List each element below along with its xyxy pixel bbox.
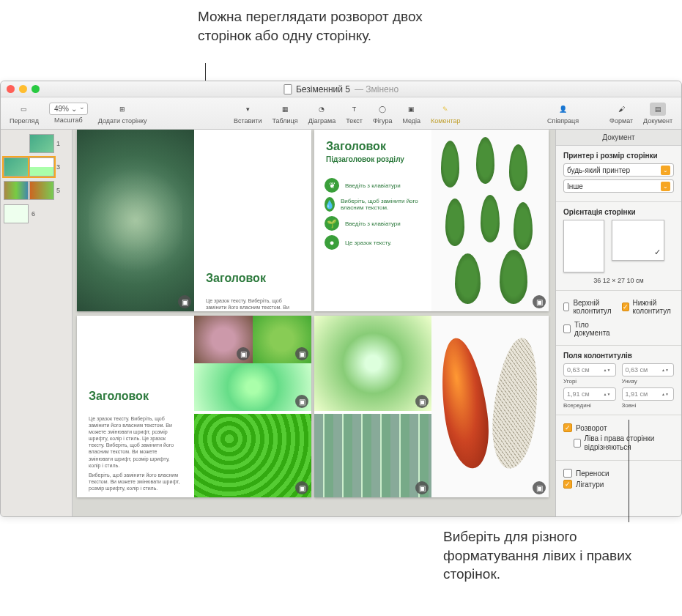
zoom-select[interactable]: 49% ⌄ Масштаб: [45, 101, 92, 126]
view-button[interactable]: ▭ Перегляд: [5, 101, 43, 126]
bullet-item[interactable]: ❦Введіть з клавіатури: [325, 178, 421, 193]
table-button[interactable]: ▦Таблиця: [267, 101, 302, 126]
callout-two-page: Можна переглядати розворот двох сторінок…: [198, 7, 432, 45]
thumb-row-1[interactable]: 1: [4, 134, 69, 153]
succulent-top-image[interactable]: ▣: [314, 316, 431, 411]
chevron-down-icon: ⌄: [661, 182, 670, 191]
label: Медіа: [402, 117, 420, 125]
chart-button[interactable]: ◔Діаграма: [304, 101, 341, 126]
page-size-select[interactable]: Інше ⌄: [563, 179, 674, 193]
shape-button[interactable]: ◯Фігура: [368, 101, 397, 126]
subheading[interactable]: Підзаголовок розділу: [326, 155, 420, 163]
image-badge-icon[interactable]: ▣: [178, 295, 191, 308]
bullet-item[interactable]: 💧Виберіть, щоб замінити його власним тек…: [325, 197, 421, 212]
close-icon[interactable]: [7, 85, 15, 93]
canvas[interactable]: ▣ Заголовок Це зразок тексту. Виберіть, …: [73, 130, 555, 516]
header-checkbox[interactable]: Верхній колонтитул: [563, 299, 616, 315]
thumb-3[interactable]: [29, 157, 54, 177]
label: Документ: [643, 117, 672, 125]
thumb-4[interactable]: [4, 181, 29, 200]
orientation-section: Орієнтація сторінки ✓ 36 12 × 27 10 см: [556, 202, 681, 291]
printer-select[interactable]: будь-який принтер ⌄: [563, 163, 674, 177]
document-panel-icon: ▤: [650, 103, 666, 116]
left-right-differ-checkbox[interactable]: Ліва і права сторінки відрізняються: [563, 434, 674, 452]
label: Верхній колонтитул: [573, 299, 615, 315]
heading[interactable]: Заголовок: [206, 272, 300, 285]
headers-section: Верхній колонтитул ✓Нижній колонтитул Ті…: [556, 291, 681, 346]
heading[interactable]: Заголовок: [89, 390, 182, 403]
body-checkbox[interactable]: Тіло документа: [563, 321, 616, 337]
orientation-landscape[interactable]: ✓: [612, 220, 664, 261]
margin-inside-input[interactable]: 1,91 см▲▼: [563, 387, 616, 401]
leaves-image[interactable]: ▣: [431, 130, 549, 311]
two-leaves-image[interactable]: ▣: [431, 316, 549, 497]
stepper-icon[interactable]: ▲▼: [661, 393, 670, 396]
bullet-item[interactable]: 🌱Введіть з клавіатури: [325, 216, 421, 231]
checkbox-icon: ✓: [563, 480, 572, 489]
comment-button[interactable]: ✎Коментар: [426, 101, 464, 126]
thumb-row-3[interactable]: 5: [4, 181, 69, 200]
ligatures-checkbox[interactable]: ✓Лігатури: [563, 480, 674, 489]
insert-button[interactable]: ▾Вставити: [229, 101, 267, 126]
comment-icon: ✎: [437, 103, 453, 116]
label: Діаграма: [308, 117, 336, 125]
spread-checkbox[interactable]: ✓Розворот: [563, 423, 674, 432]
body-text[interactable]: Це зразок тексту. Виберіть, щоб замінити…: [194, 297, 311, 311]
image-badge-icon[interactable]: ▣: [415, 395, 429, 408]
format-icon: 🖌: [613, 103, 629, 116]
select-value: Інше: [567, 182, 583, 190]
stepper-icon[interactable]: ▲▼: [661, 368, 670, 372]
page-spread-left-2[interactable]: ▣ ▣ ▣ Заголовок Це зразок тексту. Вибері…: [77, 316, 311, 497]
collab-button[interactable]: 👤Співпраця: [543, 101, 583, 126]
stepper-icon[interactable]: ▲▼: [604, 393, 612, 396]
media-button[interactable]: ▣Медіа: [398, 101, 425, 126]
add-page-button[interactable]: ⊞ Додати сторінку: [94, 101, 152, 126]
body-text[interactable]: Виберіть, щоб замінити його власним текс…: [77, 472, 194, 491]
image-badge-icon[interactable]: ▣: [295, 481, 308, 494]
document-button[interactable]: ▤Документ: [639, 101, 677, 126]
printer-section: Принтер і розмір сторінки будь-який прин…: [556, 146, 681, 202]
margin-top-input[interactable]: 0,63 см▲▼: [563, 363, 616, 376]
image-badge-icon[interactable]: ▣: [295, 395, 308, 408]
text-button[interactable]: TТекст: [341, 101, 367, 126]
thumb-5[interactable]: [29, 181, 54, 200]
page-spread-right-1[interactable]: Заголовок Підзаголовок розділу ❦Введіть …: [314, 130, 549, 311]
seed-icon: ●: [325, 235, 339, 250]
heading[interactable]: Заголовок: [326, 140, 420, 153]
document-icon: [283, 84, 292, 94]
margin-outside-input[interactable]: 1,91 см▲▼: [622, 387, 675, 401]
succulent-image[interactable]: ▣: [77, 130, 194, 311]
bamboo-image[interactable]: ▣: [314, 414, 431, 497]
format-button[interactable]: 🖌Формат: [605, 101, 637, 126]
image-badge-icon[interactable]: ▣: [533, 295, 546, 308]
flower-grid[interactable]: ▣ ▣ ▣: [194, 316, 311, 411]
stepper-icon[interactable]: ▲▼: [604, 368, 612, 372]
image-badge-icon[interactable]: ▣: [533, 481, 546, 494]
inspector-tab-document[interactable]: Документ: [556, 130, 681, 146]
footer-checkbox[interactable]: ✓Нижній колонтитул: [622, 299, 675, 315]
page-spread-right-2[interactable]: ▣ ▣ ▣: [314, 316, 549, 497]
thumb-row-2[interactable]: 3: [4, 157, 69, 177]
bullet-text: Введіть з клавіатури: [345, 182, 401, 189]
image-badge-icon[interactable]: ▣: [295, 347, 308, 360]
margin-bottom-input[interactable]: 0,63 см▲▼: [622, 363, 675, 376]
maximize-icon[interactable]: [31, 85, 40, 93]
traffic-lights: [7, 85, 40, 93]
label: Фігура: [373, 117, 393, 125]
minimize-icon[interactable]: [19, 85, 27, 93]
check-icon: ✓: [654, 248, 661, 257]
body-text[interactable]: Це зразок тексту. Виберіть, щоб замінити…: [77, 415, 194, 469]
value: 0,63 см: [567, 366, 590, 374]
image-badge-icon[interactable]: ▣: [415, 481, 429, 494]
thumb-1[interactable]: [29, 134, 54, 153]
bullet-item[interactable]: ●Це зразок тексту.: [325, 235, 421, 250]
thumb-6[interactable]: [4, 204, 29, 223]
macro-image[interactable]: ▣: [194, 414, 311, 497]
thumb-row-4[interactable]: 6: [4, 204, 69, 223]
margins-section: Поля колонтитулів 0,63 см▲▼ Угорі 0,63 с…: [556, 346, 681, 415]
orientation-portrait[interactable]: [563, 220, 604, 272]
hyphenation-checkbox[interactable]: Переноси: [563, 469, 674, 478]
page-spread-left-1[interactable]: ▣ Заголовок Це зразок тексту. Виберіть, …: [77, 130, 311, 311]
thumb-2[interactable]: [4, 157, 29, 177]
image-badge-icon[interactable]: ▣: [237, 347, 250, 360]
